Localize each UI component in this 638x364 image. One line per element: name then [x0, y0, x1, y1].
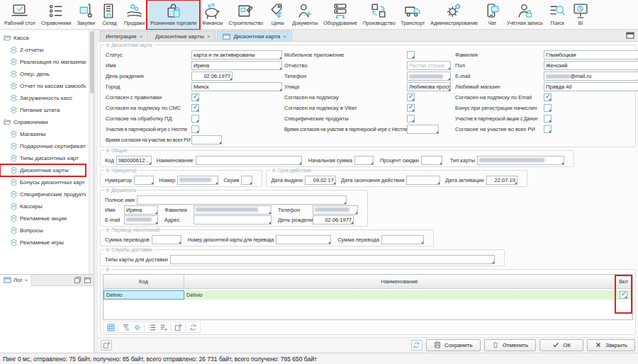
input-field[interactable] [407, 72, 451, 81]
input-field[interactable]: Ирина [124, 205, 158, 215]
tab-log[interactable]: Лог × [0, 275, 32, 286]
cell-code[interactable]: Delivio [103, 290, 184, 300]
close-button[interactable]: Закрыть [587, 339, 635, 351]
input-field[interactable] [191, 135, 222, 144]
column-header-1[interactable]: Наименование [184, 275, 615, 289]
checkbox[interactable]: ✓ [544, 104, 552, 112]
input-field[interactable] [407, 125, 439, 134]
group-header[interactable]: ⊖Службы доставки [104, 247, 154, 252]
sidebar-item[interactable]: Бонусы дисконтных карт (SET) [0, 176, 86, 188]
sidebar-item[interactable]: Подарочные сертификаты [0, 140, 86, 152]
toolbar-item-finance[interactable]: Финансы [199, 1, 225, 29]
group-header[interactable]: ⊖ [104, 267, 111, 272]
scrollbar-thumb[interactable] [90, 31, 94, 93]
checkbox[interactable]: ✓ [191, 104, 199, 112]
checkbox[interactable]: ✓ [544, 125, 552, 133]
sidebar-item[interactable]: Рекламные игры [0, 237, 86, 249]
sidebar-item[interactable]: Вопросы [0, 224, 86, 237]
list-add-button[interactable] [158, 323, 168, 332]
group-header[interactable]: ⊖Дисконтная карта [104, 42, 154, 47]
input-field[interactable]: 02.06.1977 [313, 215, 354, 224]
close-icon[interactable]: × [139, 33, 142, 40]
input-field[interactable]: 980000612... [116, 156, 152, 165]
input-field[interactable]: Женский [544, 61, 638, 70]
checkbox[interactable]: ✓ [407, 115, 415, 123]
sidebar-item[interactable]: Дисконтные карты [0, 164, 86, 176]
input-field[interactable]: Ирина [191, 61, 282, 70]
group-header[interactable]: ⊖Держатель [104, 188, 138, 193]
save-button[interactable]: Сохранить [426, 339, 481, 351]
group-header[interactable]: ⊖Нумератор [104, 168, 138, 173]
input-field[interactable]: карта и лк активированы [191, 50, 282, 59]
checkbox[interactable]: ✓ [407, 51, 415, 59]
toolbar-item-documents[interactable]: Документы [289, 1, 320, 29]
open-external-button[interactable] [173, 323, 183, 332]
sidebar-group-0[interactable]: Касса [0, 32, 94, 44]
toolbar-item-retail[interactable]: Розничная торговля [147, 1, 199, 29]
group-header[interactable]: ⊖Срок действия [270, 168, 313, 173]
input-field[interactable]: Правда 40 [544, 82, 638, 91]
toolbar-item-chat[interactable]: Чат [481, 1, 504, 29]
tab-2[interactable]: Дисконтные карты× [150, 30, 216, 41]
input-field[interactable] [194, 205, 272, 215]
checkbox[interactable]: ✓ [407, 93, 415, 101]
checkbox[interactable]: ✓ [191, 115, 199, 123]
input-field[interactable] [134, 176, 154, 185]
input-field[interactable] [313, 205, 358, 215]
enabled-checkbox[interactable]: ✓ [620, 291, 627, 299]
sidebar-item[interactable]: Магазины [0, 128, 86, 140]
input-field[interactable] [276, 235, 331, 244]
input-field[interactable] [152, 235, 181, 244]
input-field[interactable] [406, 176, 440, 185]
toolbar-item-directories[interactable]: Справочники [38, 1, 74, 29]
sidebar-item[interactable]: Отчет по кассам самообслуживан [0, 80, 86, 92]
toolbar-item-bi[interactable]: BI [569, 1, 593, 29]
input-field[interactable] [477, 156, 564, 165]
input-field[interactable]: Любимова проспект [407, 82, 451, 91]
input-field[interactable]: Глымбоцкая [544, 50, 638, 59]
sidebar-item[interactable]: Z-отчеты [0, 44, 86, 56]
maximize-icon[interactable] [626, 32, 634, 39]
minimize-window-icon[interactable] [84, 276, 91, 284]
table-grid-button[interactable] [106, 323, 116, 332]
input-field[interactable] [170, 255, 495, 264]
toolbar-item-production[interactable]: Производство [360, 1, 398, 29]
toolbar-item-administration[interactable]: Администрирование [427, 1, 481, 29]
toolbar-item-search[interactable]: Поиск [546, 1, 569, 29]
group-header[interactable]: ⊖Общие [104, 148, 129, 153]
checkbox[interactable]: ✓ [191, 93, 199, 101]
sidebar-item[interactable]: Рекламные акции [0, 212, 86, 224]
input-field[interactable]: 22.07.19 [486, 176, 517, 185]
sidebar-scrollbar[interactable] [89, 30, 94, 274]
reload-button[interactable] [188, 323, 198, 332]
sidebar-item[interactable]: Опер. день [0, 68, 86, 80]
sidebar-item[interactable]: Питание штата [0, 104, 86, 116]
input-field[interactable] [196, 156, 302, 165]
input-field[interactable]: @mail.ru [544, 72, 638, 81]
sidebar-item[interactable]: Загруженность касс [0, 92, 86, 104]
input-field[interactable] [381, 235, 424, 244]
toolbar-item-equipment[interactable]: Оборудование [320, 1, 360, 29]
input-field[interactable] [241, 176, 252, 185]
sidebar-item[interactable]: Кассиры [0, 200, 86, 212]
column-header-0[interactable]: Код [103, 275, 184, 289]
input-field[interactable]: 02.06.1977 [191, 72, 233, 81]
toolbar-item-warehouse[interactable]: Склад [98, 1, 121, 29]
checkbox[interactable]: ✓ [191, 125, 199, 133]
discard-button[interactable]: Отменить [484, 339, 537, 351]
close-icon[interactable]: × [25, 277, 28, 283]
input-field[interactable] [124, 215, 158, 224]
input-field[interactable] [177, 176, 218, 185]
tab-1[interactable]: Интеграция× [100, 30, 148, 41]
column-header-2[interactable]: Вкл [615, 275, 632, 289]
toolbar-item-transport[interactable]: Транспорт [398, 1, 428, 29]
checkbox[interactable]: ✓ [407, 104, 415, 112]
checkbox[interactable]: ✓ [544, 115, 552, 123]
sidebar-item[interactable]: Специфические продукты [0, 188, 86, 200]
filter-button[interactable] [121, 323, 130, 332]
cell-name[interactable]: Delivio [184, 290, 615, 300]
input-field[interactable]: 09.02.17 [305, 176, 336, 185]
checkbox[interactable]: ✓ [544, 93, 552, 101]
input-field[interactable]: Минск [191, 82, 282, 91]
toolbar-item-purchases[interactable]: Закупки [74, 1, 98, 29]
